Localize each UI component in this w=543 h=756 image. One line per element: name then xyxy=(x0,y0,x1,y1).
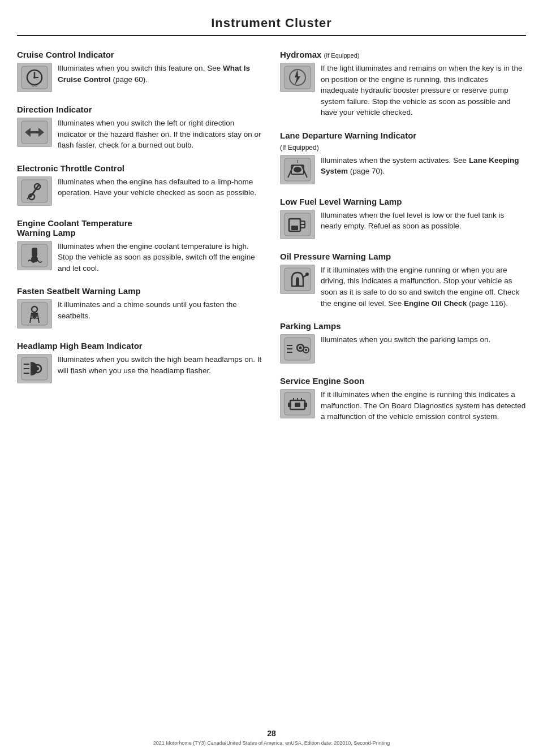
service-engine-icon xyxy=(280,389,315,418)
section-low-fuel: Low Fuel Level Warning Lamp Illuminates … xyxy=(280,197,526,241)
svg-rect-37 xyxy=(291,226,298,230)
section-title-cruise-control: Cruise Control Indicator xyxy=(17,50,263,59)
throttle-desc: Illuminates when the engine has defaulte… xyxy=(58,176,263,198)
section-headlamp: Headlamp High Beam Indicator xyxy=(17,341,263,386)
section-title-fuel: Low Fuel Level Warning Lamp xyxy=(280,197,526,206)
oil-pressure-icon xyxy=(280,265,315,294)
coolant-icon xyxy=(17,241,52,270)
footer-copyright: 2021 Motorhome (TY3) Canada/United State… xyxy=(153,740,390,746)
throttle-icon xyxy=(17,176,52,206)
svg-point-40 xyxy=(305,273,309,276)
lane-suffix: (If Equipped) xyxy=(280,144,526,152)
section-title-headlamp: Headlamp High Beam Indicator xyxy=(17,341,263,351)
section-title-direction: Direction Indicator xyxy=(17,105,263,114)
coolant-desc: Illuminates when the engine coolant temp… xyxy=(58,241,263,274)
section-title-lane: Lane Departure Warning Indicator xyxy=(280,131,526,140)
headlamp-icon xyxy=(17,354,52,383)
section-lane-departure: Lane Departure Warning Indicator (If Equ… xyxy=(280,131,526,187)
section-service-engine: Service Engine Soon xyxy=(280,376,526,425)
service-engine-desc: If it illuminates when the engine is run… xyxy=(321,389,526,422)
svg-text:!: ! xyxy=(297,159,299,164)
oil-pressure-desc: If it illuminates with the engine runnin… xyxy=(321,265,526,309)
seatbelt-icon xyxy=(17,299,52,329)
section-electronic-throttle: Electronic Throttle Control Illuminates … xyxy=(17,163,263,208)
section-direction-indicator: Direction Indicator Illuminates when you… xyxy=(17,105,263,153)
direction-icon xyxy=(17,118,52,147)
svg-point-46 xyxy=(299,347,302,349)
parking-icon xyxy=(280,334,315,364)
hydromax-inline-desc: If the light illuminates and remains on … xyxy=(321,63,526,118)
svg-point-31 xyxy=(294,167,301,172)
svg-rect-56 xyxy=(295,403,300,407)
section-fasten-seatbelt: Fasten Seatbelt Warning Lamp It illumina… xyxy=(17,286,263,331)
page-title: Instrument Cluster xyxy=(17,0,526,36)
section-title-hydromax: Hydromax (If Equipped) xyxy=(280,50,526,59)
page-number: 28 xyxy=(267,729,276,738)
hydromax-icon xyxy=(280,63,315,92)
section-title-service-engine: Service Engine Soon xyxy=(280,376,526,386)
parking-desc: Illuminates when you switch the parking … xyxy=(321,334,526,345)
lane-departure-icon: ! xyxy=(280,155,315,184)
fuel-desc: Illuminates when the fuel level is low o… xyxy=(321,210,526,232)
section-title-parking: Parking Lamps xyxy=(280,321,526,331)
section-oil-pressure: Oil Pressure Warning Lamp If it illumina… xyxy=(280,252,526,311)
section-title-seatbelt: Fasten Seatbelt Warning Lamp xyxy=(17,286,263,296)
section-hydromax: Hydromax (If Equipped) If the light illu… xyxy=(280,50,526,120)
left-column: Cruise Control Indicator CC Illuminates … xyxy=(17,50,263,435)
section-title-throttle: Electronic Throttle Control xyxy=(17,163,263,173)
fuel-icon xyxy=(280,210,315,239)
seatbelt-desc: It illuminates and a chime sounds until … xyxy=(58,299,263,321)
headlamp-desc: Illuminates when you switch the high bea… xyxy=(58,354,263,376)
page-footer: 28 2021 Motorhome (TY3) Canada/United St… xyxy=(0,729,543,746)
svg-point-24 xyxy=(36,367,39,370)
direction-desc: Illuminates when you switch the left or … xyxy=(58,118,263,151)
section-cruise-control: Cruise Control Indicator CC Illuminates … xyxy=(17,50,263,94)
section-parking-lamps: Parking Lamps Ill xyxy=(280,321,526,366)
section-engine-coolant: Engine Coolant TemperatureWarning Lamp I… xyxy=(17,218,263,277)
section-title-coolant: Engine Coolant TemperatureWarning Lamp xyxy=(17,218,263,237)
cruise-control-desc: Illuminates when you switch this feature… xyxy=(58,63,263,85)
svg-rect-52 xyxy=(304,403,307,407)
svg-text:CC: CC xyxy=(32,83,37,87)
hydromax-suffix: (If Equipped) xyxy=(324,52,360,59)
lane-departure-desc: Illuminates when the system activates. S… xyxy=(321,155,526,177)
section-title-oil: Oil Pressure Warning Lamp xyxy=(280,252,526,261)
svg-point-4 xyxy=(33,76,36,79)
svg-rect-51 xyxy=(288,403,291,407)
right-column: Hydromax (If Equipped) If the light illu… xyxy=(280,50,526,435)
cruise-control-icon: CC xyxy=(17,63,52,92)
svg-point-48 xyxy=(305,349,307,351)
svg-rect-14 xyxy=(32,248,37,257)
